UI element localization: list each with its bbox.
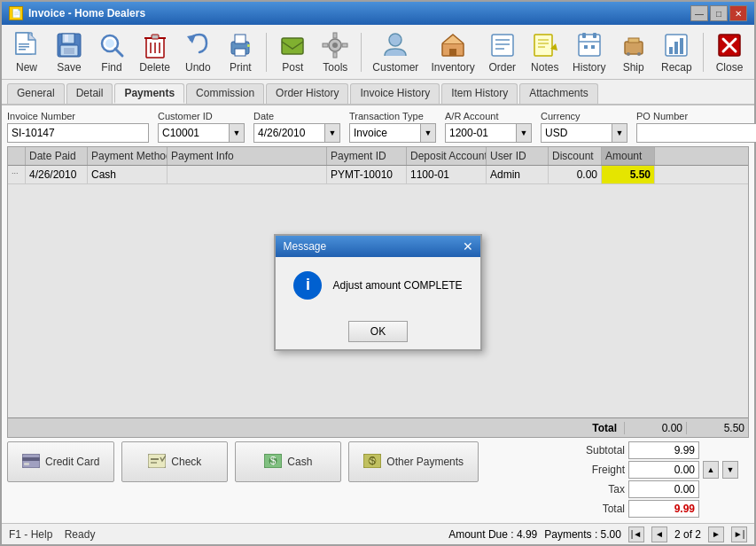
bottom-area: Credit Card Check $ Cash $ <box>7 441 749 518</box>
freight-value[interactable] <box>628 461 699 479</box>
modal-info-icon: i <box>293 271 322 300</box>
recap-button[interactable]: Recap <box>657 28 697 76</box>
currency-label: Currency <box>541 111 627 121</box>
tab-order-history[interactable]: Order History <box>266 83 348 104</box>
tools-icon <box>321 31 349 59</box>
customer-id-input[interactable] <box>158 123 229 143</box>
main-window: 📄 Invoice - Home Dealers — □ ✕ New Save <box>0 0 756 546</box>
notes-button[interactable]: Notes <box>526 28 565 76</box>
amount-due-text: Amount Due : 4.99 <box>448 528 537 541</box>
print-button[interactable]: Print <box>221 28 260 76</box>
tax-row: Tax <box>572 480 749 498</box>
svg-rect-48 <box>628 38 639 43</box>
date-group: Date ▼ <box>253 111 340 143</box>
ar-account-dropdown[interactable]: ▼ <box>516 123 532 143</box>
date-dropdown[interactable]: ▼ <box>324 123 340 143</box>
currency-dropdown[interactable]: ▼ <box>612 123 627 143</box>
last-page-button[interactable]: ►| <box>731 526 747 542</box>
page-info: 2 of 2 <box>674 528 701 541</box>
other-payments-icon: $ <box>363 454 381 471</box>
svg-rect-52 <box>669 47 673 54</box>
recap-icon <box>662 31 690 59</box>
save-button[interactable]: Save <box>50 28 89 76</box>
customer-id-field: ▼ <box>158 123 245 143</box>
order-button[interactable]: Order <box>483 28 522 76</box>
cash-button[interactable]: $ Cash <box>235 441 341 482</box>
ok-button[interactable]: OK <box>348 321 408 342</box>
tab-item-history[interactable]: Item History <box>441 83 518 104</box>
svg-rect-29 <box>342 43 347 47</box>
modal-close-button[interactable]: ✕ <box>463 239 473 254</box>
payments-text: Payments : 5.00 <box>544 528 621 541</box>
close-window-button[interactable]: ✕ <box>729 5 747 21</box>
freight-label: Freight <box>572 464 625 476</box>
window-title: Invoice - Home Dealers <box>28 7 145 20</box>
prev-page-button[interactable]: ◄ <box>651 526 667 542</box>
tax-value[interactable] <box>628 480 699 498</box>
tab-invoice-history[interactable]: Invoice History <box>350 83 440 104</box>
svg-rect-21 <box>235 49 246 56</box>
tab-commission[interactable]: Commission <box>186 83 264 104</box>
date-input[interactable] <box>253 123 324 143</box>
minimize-button[interactable]: — <box>690 5 708 21</box>
inventory-label: Inventory <box>431 61 474 74</box>
toolbar-separator-3 <box>703 33 704 72</box>
tab-general[interactable]: General <box>7 83 65 104</box>
po-number-input[interactable] <box>636 123 756 143</box>
ship-icon <box>620 31 648 59</box>
transaction-type-input[interactable] <box>349 123 420 143</box>
freight-down-button[interactable]: ▼ <box>722 461 738 479</box>
undo-button[interactable]: Undo <box>178 28 217 76</box>
modal-overlay: Message ✕ i Adjust amount COMPLETE OK <box>8 147 748 437</box>
customer-id-label: Customer ID <box>158 111 245 121</box>
delete-button[interactable]: Delete <box>135 28 175 76</box>
modal-title-text: Message <box>283 240 326 253</box>
maximize-button[interactable]: □ <box>710 5 728 21</box>
tab-payments[interactable]: Payments <box>114 83 184 104</box>
inventory-button[interactable]: Inventory <box>426 28 479 76</box>
post-button[interactable]: Post <box>273 28 312 76</box>
svg-rect-14 <box>152 35 159 39</box>
tab-attachments[interactable]: Attachments <box>519 83 598 104</box>
inventory-icon <box>439 31 467 59</box>
subtotal-value[interactable] <box>628 441 699 459</box>
next-page-button[interactable]: ► <box>708 526 724 542</box>
print-icon <box>226 31 254 59</box>
title-bar: 📄 Invoice - Home Dealers — □ ✕ <box>2 2 754 25</box>
svg-rect-60 <box>24 463 29 465</box>
status-text: Ready <box>65 528 96 541</box>
tab-detail[interactable]: Detail <box>66 83 113 104</box>
modal-message: Adjust amount COMPLETE <box>332 279 462 292</box>
svg-rect-3 <box>19 49 26 51</box>
toolbar-separator-1 <box>266 33 267 72</box>
transaction-type-field: ▼ <box>349 123 436 143</box>
order-icon <box>488 31 517 59</box>
currency-group: Currency ▼ <box>541 111 627 143</box>
total-summary-value[interactable] <box>628 500 699 518</box>
svg-marker-18 <box>187 35 196 43</box>
invoice-number-input[interactable] <box>7 123 149 143</box>
invoice-number-group: Invoice Number <box>7 111 149 143</box>
delete-label: Delete <box>139 61 170 74</box>
ar-account-input[interactable] <box>445 123 516 143</box>
customer-id-dropdown[interactable]: ▼ <box>229 123 245 143</box>
new-icon <box>12 31 41 59</box>
tools-button[interactable]: Tools <box>316 28 355 76</box>
find-button[interactable]: Find <box>92 28 131 76</box>
first-page-button[interactable]: |◄ <box>628 526 644 542</box>
freight-up-button[interactable]: ▲ <box>703 461 719 479</box>
currency-field: ▼ <box>541 123 627 143</box>
close-button[interactable]: Close <box>710 28 749 76</box>
customer-icon <box>381 31 409 59</box>
credit-card-button[interactable]: Credit Card <box>7 441 114 482</box>
title-controls: — □ ✕ <box>690 5 747 21</box>
new-button[interactable]: New <box>7 28 46 76</box>
transaction-type-dropdown[interactable]: ▼ <box>420 123 436 143</box>
check-button[interactable]: Check <box>121 441 228 482</box>
history-button[interactable]: History <box>568 28 611 76</box>
other-payments-button[interactable]: $ Other Payments <box>348 441 479 482</box>
status-right: Amount Due : 4.99 Payments : 5.00 |◄ ◄ 2… <box>448 526 747 542</box>
ship-button[interactable]: Ship <box>614 28 653 76</box>
customer-button[interactable]: Customer <box>368 28 423 76</box>
currency-input[interactable] <box>541 123 612 143</box>
